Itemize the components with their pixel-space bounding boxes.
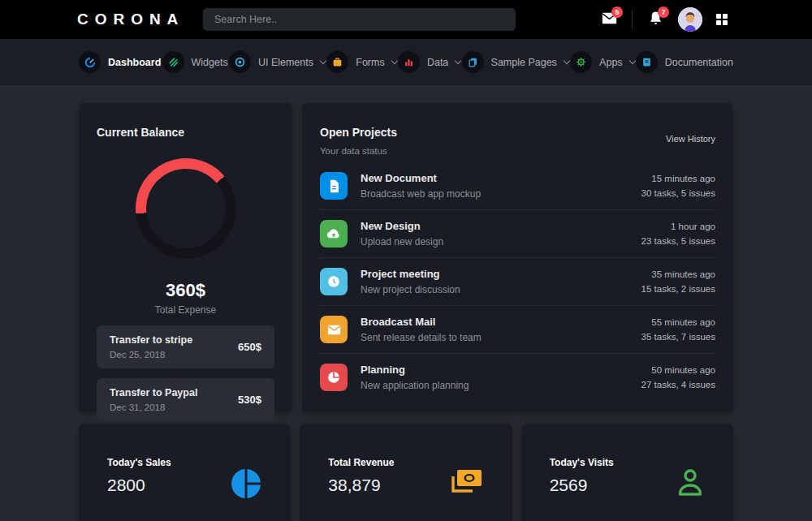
- list-item: Project meeting New project discussion 3…: [320, 258, 715, 306]
- project-meta: 35 tasks, 7 issues: [641, 332, 715, 342]
- project-meta: 23 tasks, 5 issues: [641, 236, 715, 246]
- project-title: New Design: [361, 220, 443, 232]
- transfer-row: Transfer to Paypal Dec 31, 2018 530$: [97, 378, 274, 421]
- widgets-icon: [162, 51, 184, 73]
- todays-sales-card: Today's Sales 2800: [79, 424, 291, 521]
- mail-badge: 5: [611, 6, 623, 18]
- nav-label: Dashboard: [108, 57, 161, 68]
- notifications-button[interactable]: 7: [646, 11, 664, 28]
- nav-label: Sample Pages: [491, 57, 557, 68]
- card-subtitle: Your data status: [320, 146, 715, 156]
- project-title: Planning: [361, 364, 469, 376]
- banknote-icon: [451, 468, 483, 497]
- chevron-down-icon: [320, 58, 326, 64]
- dashboard-icon: [79, 51, 101, 73]
- chevron-down-icon: [391, 58, 397, 64]
- nav-label: Apps: [599, 57, 623, 68]
- expense-donut-chart: [136, 158, 236, 259]
- topbar: CORONA 5 7: [0, 0, 812, 39]
- nav-item-ui-elements[interactable]: UI Elements: [229, 51, 326, 73]
- mail-button[interactable]: 5: [600, 11, 618, 28]
- project-description: New project discussion: [361, 284, 460, 295]
- data-icon: [398, 51, 420, 73]
- envelope-icon: [320, 316, 348, 343]
- nav-item-apps[interactable]: Apps: [570, 51, 635, 73]
- topbar-actions: 5 7: [600, 7, 812, 32]
- nav-item-forms[interactable]: Forms: [326, 51, 396, 73]
- brand-logo-wrap: CORONA: [0, 11, 203, 28]
- project-description: Broadcast web app mockup: [361, 188, 481, 200]
- nav-label: Data: [427, 57, 448, 68]
- nav-item-sample-pages[interactable]: Sample Pages: [462, 51, 569, 73]
- list-item: New Document Broadcast web app mockup 15…: [320, 162, 715, 210]
- card-title: Current Balance: [97, 126, 274, 139]
- project-title: New Document: [361, 172, 481, 184]
- sample-pages-icon: [462, 51, 484, 73]
- project-meta: 15 tasks, 2 issues: [641, 284, 715, 294]
- transfer-row: Transfer to stripe Dec 25, 2018 650$: [97, 325, 274, 368]
- apps-grid-icon[interactable]: [716, 14, 728, 25]
- stat-label: Total Revenue: [328, 457, 394, 468]
- total-expense-label: Total Expense: [97, 304, 274, 316]
- nav-item-widgets[interactable]: Widgets: [162, 51, 228, 73]
- clock-icon: [320, 268, 348, 295]
- pie-chart-icon: [320, 364, 348, 391]
- project-title: Broadcast Mail: [361, 316, 482, 328]
- project-title: Project meeting: [361, 268, 460, 280]
- nav-label: Forms: [356, 57, 384, 68]
- total-expense-value: 360$: [97, 280, 274, 301]
- current-balance-card: Current Balance 360$ Total Expense Trans…: [79, 103, 292, 412]
- list-item: New Design Upload new design 1 hour ago …: [320, 210, 715, 258]
- forms-icon: [326, 51, 348, 73]
- project-description: Upload new design: [361, 236, 443, 248]
- ui-elements-icon: [229, 51, 251, 73]
- project-description: New application planning: [361, 380, 469, 391]
- stat-label: Today's Sales: [107, 457, 171, 468]
- notifications-badge: 7: [658, 6, 669, 18]
- project-time: 50 minutes ago: [641, 365, 715, 375]
- list-item: Planning New application planning 50 min…: [320, 354, 715, 401]
- stat-label: Today's Visits: [550, 457, 614, 468]
- card-title: Open Projects: [320, 126, 715, 139]
- transfer-date: Dec 31, 2018: [110, 403, 197, 412]
- brand-logo[interactable]: CORONA: [77, 11, 184, 28]
- project-meta: 27 tasks, 4 issues: [641, 380, 715, 390]
- project-list: New Document Broadcast web app mockup 15…: [320, 162, 715, 401]
- project-description: Sent release details to team: [361, 332, 482, 343]
- transfer-amount: 530$: [238, 394, 261, 406]
- nav-item-data[interactable]: Data: [398, 51, 460, 73]
- user-avatar[interactable]: [678, 7, 702, 32]
- nav-item-dashboard[interactable]: Dashboard: [79, 51, 161, 73]
- file-icon: [320, 172, 348, 200]
- chevron-down-icon: [564, 58, 570, 64]
- project-time: 55 minutes ago: [641, 317, 715, 327]
- project-meta: 30 tasks, 5 issues: [641, 188, 715, 198]
- horizontal-menu: Dashboard Widgets UI Elements: [0, 39, 812, 85]
- nav-label: UI Elements: [258, 57, 313, 68]
- view-history-link[interactable]: View History: [666, 134, 715, 144]
- transfer-title: Transfer to stripe: [110, 334, 192, 346]
- total-revenue-card: Total Revenue 38,879: [300, 424, 512, 521]
- search-wrap: [203, 8, 516, 31]
- transfer-date: Dec 25, 2018: [110, 350, 192, 360]
- list-item: Broadcast Mail Sent release details to t…: [320, 306, 715, 354]
- project-time: 35 minutes ago: [641, 269, 715, 279]
- transfer-title: Transfer to Paypal: [110, 387, 197, 398]
- nav-label: Widgets: [192, 57, 228, 68]
- nav-item-documentation[interactable]: Documentation: [636, 51, 733, 73]
- transfer-amount: 650$: [238, 341, 261, 353]
- topbar-divider: [632, 10, 633, 29]
- chevron-down-icon: [628, 58, 635, 64]
- todays-visits-card: Today's Visits 2569: [521, 424, 733, 521]
- stat-value: 2800: [107, 476, 171, 495]
- open-projects-card: Open Projects Your data status View Hist…: [302, 103, 733, 412]
- main-content: Current Balance 360$ Total Expense Trans…: [0, 85, 812, 521]
- project-time: 15 minutes ago: [641, 174, 715, 183]
- search-input[interactable]: [203, 8, 516, 31]
- cloud-upload-icon: [320, 220, 348, 248]
- pie-chart-icon: [231, 468, 261, 502]
- avatar-image: [678, 7, 702, 32]
- nav-label: Documentation: [665, 57, 733, 68]
- chevron-down-icon: [455, 58, 461, 64]
- project-time: 1 hour ago: [641, 222, 715, 231]
